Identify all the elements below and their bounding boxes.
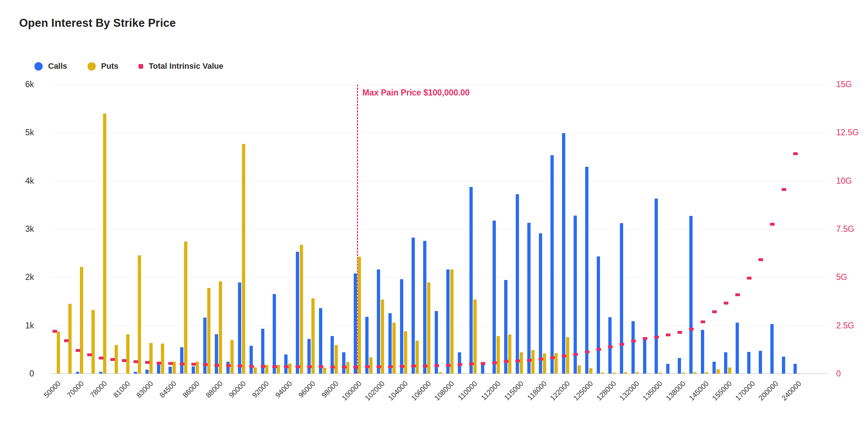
puts-bar[interactable]	[358, 257, 361, 374]
puts-bar[interactable]	[705, 372, 708, 374]
calls-bar[interactable]	[377, 269, 380, 374]
puts-bar[interactable]	[635, 372, 639, 374]
calls-bar[interactable]	[76, 372, 79, 374]
intrinsic-value-marker[interactable]	[180, 362, 184, 365]
puts-bar[interactable]	[173, 362, 176, 374]
puts-bar[interactable]	[265, 365, 268, 374]
intrinsic-value-marker[interactable]	[307, 365, 312, 368]
puts-bar[interactable]	[277, 365, 280, 374]
puts-bar[interactable]	[473, 299, 477, 374]
intrinsic-value-marker[interactable]	[527, 359, 532, 362]
puts-bar[interactable]	[531, 350, 535, 374]
puts-bar[interactable]	[323, 368, 326, 374]
calls-bar[interactable]	[759, 351, 762, 374]
puts-bar[interactable]	[520, 352, 523, 374]
intrinsic-value-marker[interactable]	[330, 366, 335, 369]
calls-bar[interactable]	[388, 313, 392, 374]
intrinsic-value-marker[interactable]	[145, 361, 150, 364]
intrinsic-value-marker[interactable]	[585, 350, 590, 353]
calls-bar[interactable]	[747, 352, 750, 374]
legend-item-intrinsic[interactable]: Total Intrinsic Value	[139, 61, 223, 71]
intrinsic-value-marker[interactable]	[388, 365, 393, 368]
intrinsic-value-marker[interactable]	[515, 359, 520, 362]
puts-bar[interactable]	[416, 341, 419, 374]
intrinsic-value-marker[interactable]	[376, 365, 381, 368]
calls-bar[interactable]	[643, 337, 646, 374]
calls-bar[interactable]	[712, 362, 716, 374]
puts-bar[interactable]	[149, 343, 153, 374]
puts-bar[interactable]	[161, 344, 164, 374]
calls-bar[interactable]	[169, 367, 172, 374]
puts-bar[interactable]	[554, 353, 558, 374]
intrinsic-value-marker[interactable]	[724, 302, 728, 305]
intrinsic-value-marker[interactable]	[203, 363, 208, 366]
intrinsic-value-marker[interactable]	[400, 365, 404, 368]
puts-bar[interactable]	[80, 267, 83, 374]
intrinsic-value-marker[interactable]	[168, 362, 173, 365]
puts-bar[interactable]	[288, 363, 292, 374]
intrinsic-value-marker[interactable]	[492, 361, 497, 364]
intrinsic-value-marker[interactable]	[64, 339, 69, 342]
puts-bar[interactable]	[230, 340, 234, 374]
puts-bar[interactable]	[427, 282, 430, 374]
calls-bar[interactable]	[99, 372, 102, 374]
calls-bar[interactable]	[296, 252, 299, 374]
calls-bar[interactable]	[539, 233, 542, 374]
calls-bar[interactable]	[134, 372, 137, 374]
calls-bar[interactable]	[585, 167, 588, 374]
calls-bar[interactable]	[574, 216, 577, 374]
puts-bar[interactable]	[138, 255, 141, 374]
calls-bar[interactable]	[192, 366, 195, 374]
puts-bar[interactable]	[612, 373, 616, 374]
intrinsic-value-marker[interactable]	[562, 354, 566, 357]
intrinsic-value-marker[interactable]	[133, 360, 138, 363]
calls-bar[interactable]	[597, 256, 600, 374]
intrinsic-value-marker[interactable]	[481, 362, 485, 365]
intrinsic-value-marker[interactable]	[782, 188, 786, 191]
puts-bar[interactable]	[647, 373, 650, 374]
intrinsic-value-marker[interactable]	[249, 365, 254, 368]
puts-bar[interactable]	[196, 362, 199, 374]
calls-bar[interactable]	[354, 273, 357, 374]
intrinsic-value-marker[interactable]	[319, 365, 323, 368]
puts-bar[interactable]	[497, 336, 500, 374]
intrinsic-value-marker[interactable]	[458, 363, 462, 366]
intrinsic-value-marker[interactable]	[712, 310, 717, 313]
intrinsic-value-marker[interactable]	[261, 365, 265, 368]
puts-bar[interactable]	[115, 345, 118, 374]
calls-bar[interactable]	[527, 223, 531, 374]
calls-bar[interactable]	[562, 133, 565, 374]
puts-bar[interactable]	[57, 332, 60, 374]
puts-bar[interactable]	[392, 323, 396, 374]
calls-bar[interactable]	[724, 352, 727, 374]
calls-bar[interactable]	[145, 370, 149, 374]
intrinsic-value-marker[interactable]	[76, 349, 80, 352]
puts-bar[interactable]	[682, 373, 685, 374]
intrinsic-value-marker[interactable]	[608, 345, 613, 348]
intrinsic-value-marker[interactable]	[747, 277, 752, 280]
intrinsic-value-marker[interactable]	[689, 328, 694, 331]
calls-bar[interactable]	[782, 357, 785, 374]
intrinsic-value-marker[interactable]	[99, 357, 103, 359]
calls-bar[interactable]	[736, 323, 739, 374]
intrinsic-value-marker[interactable]	[446, 364, 451, 367]
puts-bar[interactable]	[184, 242, 187, 374]
intrinsic-value-marker[interactable]	[272, 365, 277, 368]
calls-bar[interactable]	[666, 364, 669, 374]
puts-bar[interactable]	[207, 288, 210, 374]
puts-bar[interactable]	[659, 373, 662, 374]
intrinsic-value-marker[interactable]	[411, 365, 416, 367]
intrinsic-value-marker[interactable]	[110, 358, 115, 361]
intrinsic-value-marker[interactable]	[434, 364, 439, 367]
calls-bar[interactable]	[770, 324, 774, 374]
intrinsic-value-marker[interactable]	[793, 152, 798, 155]
intrinsic-value-marker[interactable]	[701, 320, 705, 323]
intrinsic-value-marker[interactable]	[631, 340, 636, 342]
calls-bar[interactable]	[678, 358, 681, 374]
intrinsic-value-marker[interactable]	[214, 364, 219, 367]
puts-bar[interactable]	[242, 144, 245, 374]
puts-bar[interactable]	[300, 245, 303, 374]
puts-bar[interactable]	[716, 369, 720, 374]
puts-bar[interactable]	[508, 335, 511, 374]
puts-bar[interactable]	[219, 281, 222, 374]
